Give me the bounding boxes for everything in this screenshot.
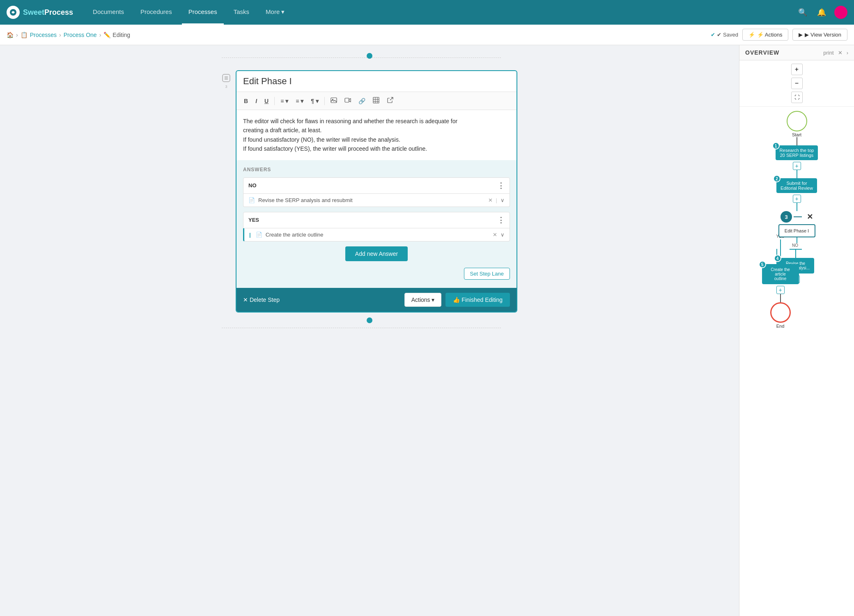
step-actions-button[interactable]: Actions ▾ bbox=[404, 293, 442, 307]
bottom-divider-dot bbox=[367, 317, 372, 323]
nav-procedures[interactable]: Procedures bbox=[134, 0, 179, 25]
step2-box[interactable]: 2 Submit for Editorial Review bbox=[776, 178, 817, 193]
overview-canvas: Start 1 Research the top 20 SERP listing… bbox=[739, 107, 854, 616]
logo-icon bbox=[7, 6, 20, 19]
content-line4: If found satisfactory (YES), the writer … bbox=[243, 144, 510, 153]
video-button[interactable] bbox=[342, 95, 354, 106]
step2-add[interactable]: + bbox=[793, 195, 801, 203]
table-button[interactable] bbox=[370, 95, 382, 106]
paragraph-button[interactable]: ¶ ▾ bbox=[308, 96, 321, 106]
view-version-button[interactable]: ▶ ▶ View Version bbox=[792, 29, 847, 41]
editor-area: 3 B I U ≡ ▾ ≡ ▾ ¶ ▾ bbox=[0, 45, 739, 616]
start-label: Start bbox=[792, 132, 801, 137]
breadcrumb: 🏠 › 📋 Processes › Process One › ✏️ Editi… bbox=[7, 32, 130, 38]
underline-button[interactable]: U bbox=[262, 96, 271, 106]
flow-step2: 2 Submit for Editorial Review + bbox=[776, 178, 817, 211]
step5-box[interactable]: 5 Create the article outline bbox=[762, 264, 799, 284]
overview-close-button[interactable]: ✕ bbox=[838, 50, 843, 56]
sep-no: | bbox=[496, 197, 497, 203]
home-icon[interactable]: 🏠 bbox=[7, 32, 14, 38]
breadcrumb-processes[interactable]: Processes bbox=[30, 32, 57, 38]
overview-zoom-controls: + − ⛶ bbox=[739, 60, 854, 107]
start-circle bbox=[787, 111, 807, 131]
step3-h-line bbox=[794, 216, 802, 217]
editor-content[interactable]: The editor will check for flaws in reaso… bbox=[236, 110, 517, 160]
bottom-divider bbox=[222, 328, 501, 328]
end-connector bbox=[780, 294, 781, 302]
flow-step3-group: 3 ✕ Edit Phase I NO bbox=[776, 211, 817, 329]
set-step-lane-button[interactable]: Set Step Lane bbox=[464, 268, 510, 280]
step4-num: 4 bbox=[774, 255, 781, 262]
step5-add[interactable]: + bbox=[776, 286, 785, 294]
connector-3 bbox=[797, 203, 797, 211]
expand-answer-no[interactable]: ∨ bbox=[500, 197, 505, 203]
delete-step-button[interactable]: ✕ Delete Step bbox=[243, 297, 280, 303]
footer-right: Actions ▾ 👍 Finished Editing bbox=[404, 293, 510, 307]
bold-button[interactable]: B bbox=[241, 96, 250, 106]
answer-no-content: 📄 Revise the SERP analysis and resubmit bbox=[248, 197, 488, 203]
logo-text: SweetProcess bbox=[23, 8, 73, 17]
top-navigation: SweetProcess Documents Procedures Proces… bbox=[0, 0, 854, 25]
image-button[interactable] bbox=[328, 95, 340, 106]
link-button[interactable]: 🔗 bbox=[356, 96, 368, 106]
step-title-input[interactable] bbox=[243, 76, 510, 87]
step5-num: 5 bbox=[759, 261, 766, 268]
remove-answer-no[interactable]: ✕ bbox=[488, 197, 493, 203]
toolbar-sep2 bbox=[324, 97, 325, 105]
step-title-area bbox=[236, 71, 517, 92]
notification-icon[interactable]: 🔔 bbox=[815, 6, 828, 18]
nav-tasks[interactable]: Tasks bbox=[227, 0, 256, 25]
remove-answer-yes[interactable]: ✕ bbox=[493, 232, 497, 238]
step1-label: Research the top 20 SERP listings bbox=[780, 148, 814, 158]
answer-row-no: 📄 Revise the SERP analysis and resubmit … bbox=[243, 194, 510, 207]
step3-circle[interactable]: 3 bbox=[781, 211, 792, 223]
connector-2 bbox=[797, 170, 797, 178]
content-line2: creating a draft article, at least. bbox=[243, 126, 510, 135]
step1-box[interactable]: 1 Research the top 20 SERP listings bbox=[776, 145, 818, 160]
overview-expand-button[interactable]: › bbox=[847, 50, 848, 56]
answer-yes-action: Create the article outline bbox=[266, 232, 324, 238]
zoom-fit-button[interactable]: ⛶ bbox=[791, 92, 803, 103]
bolt-icon: ⚡ bbox=[748, 32, 755, 38]
step1-add[interactable]: + bbox=[793, 162, 801, 170]
answer-header-no: NO ⋮ bbox=[243, 177, 510, 194]
finished-editing-button[interactable]: 👍 Finished Editing bbox=[445, 293, 510, 307]
step3-box[interactable]: Edit Phase I bbox=[778, 224, 815, 237]
nav-documents[interactable]: Documents bbox=[86, 0, 131, 25]
zoom-in-button[interactable]: + bbox=[791, 64, 803, 75]
answer-yes-label: YES bbox=[248, 217, 259, 223]
answer-no-label: NO bbox=[248, 182, 257, 188]
svg-rect-7 bbox=[345, 98, 349, 102]
unordered-list-button[interactable]: ≡ ▾ bbox=[293, 96, 306, 106]
step2-label: Submit for Editorial Review bbox=[781, 181, 813, 191]
step2-num: 2 bbox=[773, 175, 781, 182]
ordered-list-button[interactable]: ≡ ▾ bbox=[278, 96, 291, 106]
search-icon[interactable]: 🔍 bbox=[797, 6, 809, 18]
svg-point-6 bbox=[332, 99, 333, 100]
sep3: › bbox=[99, 32, 101, 38]
expand-answer-yes[interactable]: ∨ bbox=[500, 232, 505, 238]
italic-button[interactable]: I bbox=[253, 96, 259, 106]
top-divider-dot bbox=[367, 53, 372, 59]
external-link-button[interactable] bbox=[384, 95, 396, 106]
nav-more[interactable]: More ▾ bbox=[259, 0, 291, 25]
end-circle bbox=[770, 302, 791, 323]
add-answer-button[interactable]: Add new Answer bbox=[345, 246, 408, 261]
answer-no-menu[interactable]: ⋮ bbox=[497, 181, 505, 190]
set-step-lane-row: Set Step Lane bbox=[243, 266, 510, 281]
zoom-out-button[interactable]: − bbox=[791, 78, 803, 89]
play-icon: ▶ bbox=[799, 32, 803, 38]
answer-yes-menu[interactable]: ⋮ bbox=[497, 216, 505, 225]
step3-delete[interactable]: ✕ bbox=[807, 212, 813, 221]
overview-header: OVERVIEW print ✕ › bbox=[739, 45, 854, 60]
nav-processes[interactable]: Processes bbox=[182, 0, 224, 25]
flow-step1: 1 Research the top 20 SERP listings + bbox=[776, 145, 818, 178]
nav-items: Documents Procedures Processes Tasks Mor… bbox=[86, 0, 797, 25]
answers-section: ANSWERS NO ⋮ 📄 Revise the SERP analysis … bbox=[236, 160, 517, 288]
print-button[interactable]: print bbox=[823, 50, 833, 56]
logo[interactable]: SweetProcess bbox=[7, 6, 73, 19]
breadcrumb-process-one[interactable]: Process One bbox=[64, 32, 97, 38]
actions-button[interactable]: ⚡ ⚡ Actions bbox=[742, 29, 789, 41]
yes-branch-row: YES 5 Create the article outline + End bbox=[762, 234, 799, 329]
avatar[interactable] bbox=[834, 6, 847, 19]
